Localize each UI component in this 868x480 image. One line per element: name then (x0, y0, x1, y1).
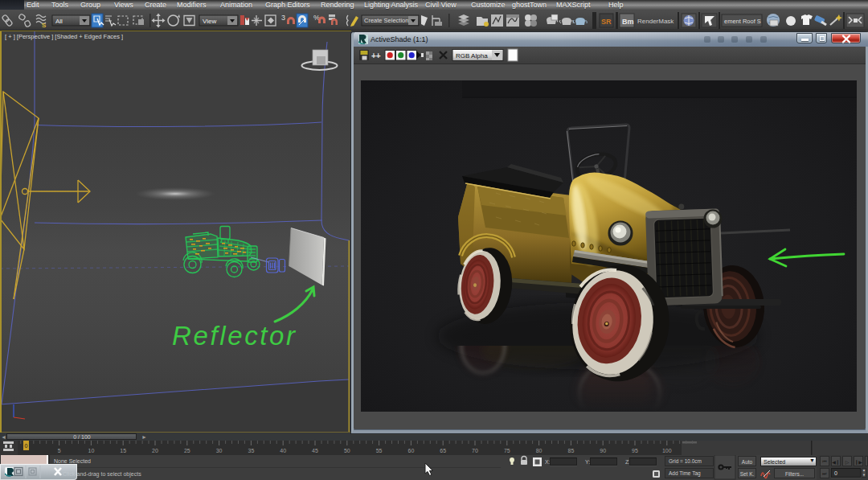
svg-text:60: 60 (408, 448, 415, 453)
svg-text:RGB Alpha: RGB Alpha (456, 52, 488, 59)
svg-text:Create Selection S: Create Selection S (364, 17, 415, 24)
svg-text:65: 65 (440, 448, 446, 453)
svg-text:85: 85 (568, 448, 575, 453)
svg-text:5: 5 (58, 448, 61, 453)
svg-text:RenderMask: RenderMask (637, 18, 674, 25)
svg-text:45: 45 (312, 448, 318, 453)
svg-text:40: 40 (280, 448, 286, 453)
svg-text:95: 95 (632, 448, 638, 453)
svg-text:0: 0 (25, 443, 28, 449)
svg-text:Bm: Bm (622, 18, 634, 26)
svg-text:25: 25 (184, 448, 190, 453)
svg-text:View: View (203, 18, 216, 25)
svg-text:S: S (42, 22, 47, 29)
svg-text:Reflector: Reflector (172, 321, 297, 351)
svg-text:10: 10 (88, 448, 95, 453)
svg-text:70: 70 (472, 448, 478, 453)
svg-text:3: 3 (281, 14, 285, 22)
svg-text:55: 55 (376, 448, 383, 453)
svg-text:20: 20 (152, 448, 158, 453)
svg-text:50: 50 (344, 448, 350, 453)
svg-text:90: 90 (600, 448, 606, 453)
svg-text:30: 30 (216, 448, 223, 453)
svg-text:35: 35 (248, 448, 255, 453)
svg-text:15: 15 (120, 448, 126, 453)
svg-text:ement Roof S: ement Roof S (724, 18, 761, 25)
svg-text:75: 75 (504, 448, 510, 453)
svg-text:All: All (55, 18, 63, 25)
svg-text:SR: SR (601, 18, 612, 26)
svg-text:80: 80 (536, 448, 542, 453)
svg-text:100: 100 (662, 448, 672, 453)
svg-text:++: ++ (371, 51, 381, 60)
